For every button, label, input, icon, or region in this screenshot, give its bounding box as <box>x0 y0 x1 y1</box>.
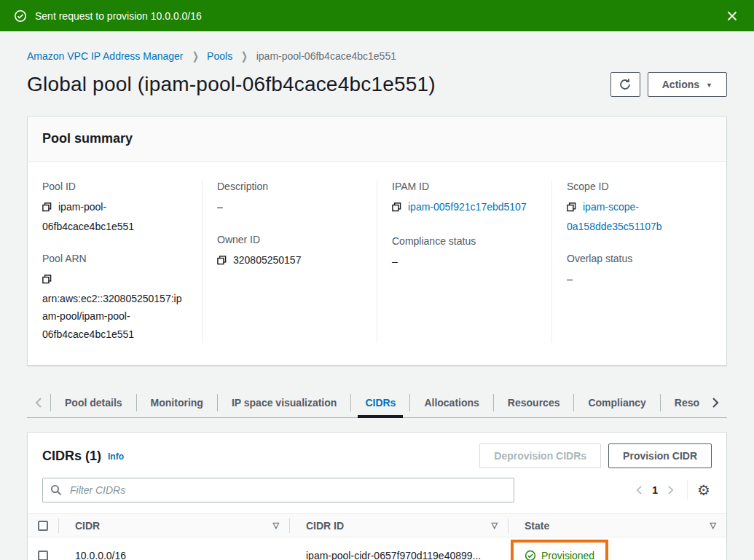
tab-monitoring[interactable]: Monitoring <box>137 387 217 418</box>
field-label: Pool ARN <box>42 253 187 264</box>
refresh-icon <box>618 78 632 91</box>
field-label: Scope ID <box>567 181 712 192</box>
field-label: Overlap status <box>567 253 712 264</box>
row-checkbox[interactable] <box>38 551 48 560</box>
actions-button[interactable]: Actions ▼ <box>648 72 727 97</box>
tab-allocations[interactable]: Allocations <box>410 387 492 418</box>
tab-bar: Pool details Monitoring IP space visuali… <box>27 387 727 418</box>
tab-compliancy[interactable]: Compliancy <box>574 387 659 418</box>
pagination: 1 ⚙ <box>631 480 712 500</box>
pool-id-value: ipam-pool-06fb4cace4bc1e551 <box>42 201 134 232</box>
tab-truncated[interactable]: Reso <box>661 387 704 418</box>
breadcrumb-separator-icon: ❯ <box>192 50 198 63</box>
copy-icon[interactable] <box>42 272 52 290</box>
deprovision-cidrs-button[interactable]: Deprovision CIDRs <box>479 443 601 468</box>
sort-icon[interactable]: ▽ <box>273 521 279 530</box>
cidrs-title: CIDRs (1) <box>42 449 101 464</box>
info-link[interactable]: Info <box>108 451 124 462</box>
summary-column-3: IPAM ID ipam-005f921c17ebd5107 Complianc… <box>377 181 552 343</box>
page-number[interactable]: 1 <box>648 484 662 496</box>
cidr-cell: 10.0.0.0/16 <box>59 550 289 560</box>
breadcrumb-separator-icon: ❯ <box>241 50 248 63</box>
page-title: Global pool (ipam-pool-06fb4cace4bc1e551… <box>27 73 436 96</box>
field-label: Compliance status <box>392 235 537 247</box>
copy-icon[interactable] <box>567 200 576 218</box>
compliance-status-value: – <box>392 253 537 271</box>
ipam-id-link[interactable]: ipam-005f921c17ebd5107 <box>408 201 527 213</box>
column-header-state: State <box>525 520 549 532</box>
tab-resources[interactable]: Resources <box>494 387 574 418</box>
cidrs-panel: CIDRs (1) Info Deprovision CIDRs Provisi… <box>27 432 727 560</box>
next-page-icon[interactable] <box>662 482 679 498</box>
cidr-id-cell: ipam-pool-cidr-0657f970d119e40899... <box>290 550 508 560</box>
breadcrumb-link-pools[interactable]: Pools <box>207 50 232 62</box>
pool-arn-value: arn:aws:ec2::320805250157:ipam-pool/ipam… <box>42 293 181 340</box>
divider <box>687 480 688 500</box>
owner-id-value: 320805250157 <box>233 254 301 266</box>
summary-column-2: Description – Owner ID 320805250157 <box>203 181 377 343</box>
cidrs-table: CIDR ▽ CIDR ID ▽ State ▽ 1 <box>28 513 726 560</box>
check-circle-icon <box>525 550 536 560</box>
tabs-scroll-right-icon[interactable] <box>704 387 727 418</box>
summary-column-1: Pool ID ipam-pool-06fb4cace4bc1e551 Pool… <box>28 181 203 343</box>
pool-summary-title: Pool summary <box>42 131 133 146</box>
filter-cidrs-box <box>42 478 514 502</box>
tabs-scroll-left-icon[interactable] <box>27 387 50 418</box>
overlap-status-value: – <box>567 270 712 288</box>
copy-icon[interactable] <box>42 200 52 218</box>
tab-pool-details[interactable]: Pool details <box>51 387 136 418</box>
breadcrumb: Amazon VPC IP Address Manager ❯ Pools ❯ … <box>27 50 727 63</box>
copy-icon[interactable] <box>392 200 401 218</box>
breadcrumb-link-ipam[interactable]: Amazon VPC IP Address Manager <box>27 50 184 62</box>
sort-icon[interactable]: ▽ <box>710 521 716 530</box>
refresh-button[interactable] <box>610 72 640 97</box>
copy-icon[interactable] <box>217 253 227 271</box>
select-all-checkbox[interactable] <box>38 521 48 531</box>
search-icon <box>50 484 62 496</box>
filter-cidrs-input[interactable] <box>68 484 506 497</box>
actions-button-label: Actions <box>662 79 699 90</box>
status-badge: Provisioned <box>541 550 594 560</box>
field-label: Pool ID <box>42 181 187 192</box>
flash-message: Sent request to provision 10.0.0.0/16 <box>35 10 202 22</box>
table-header-row: CIDR ▽ CIDR ID ▽ State ▽ <box>28 514 726 537</box>
flashbar-success: Sent request to provision 10.0.0.0/16 <box>0 0 754 31</box>
state-cell: Provisioned <box>508 540 726 560</box>
column-header-cidr: CIDR <box>75 520 100 532</box>
provision-cidr-button[interactable]: Provision CIDR <box>608 443 712 468</box>
summary-column-4: Scope ID ipam-scope-0a158dde35c51107b Ov… <box>552 181 726 343</box>
annotation-highlight-box: Provisioned <box>511 540 608 560</box>
field-label: IPAM ID <box>392 181 537 192</box>
table-row: 10.0.0.0/16 ipam-pool-cidr-0657f970d119e… <box>28 537 726 560</box>
field-label: Owner ID <box>217 234 362 245</box>
tab-ip-space-visualization[interactable]: IP space visualization <box>218 387 350 418</box>
field-label: Description <box>217 181 362 192</box>
sort-icon[interactable]: ▽ <box>492 521 498 530</box>
column-header-cidr-id: CIDR ID <box>306 520 344 532</box>
description-value: – <box>217 198 362 216</box>
settings-gear-icon[interactable]: ⚙ <box>696 481 712 499</box>
caret-down-icon: ▼ <box>706 82 712 89</box>
pool-summary-card: Pool summary Pool ID ipam-pool-06fb4cace… <box>27 116 727 366</box>
tab-cidrs[interactable]: CIDRs <box>351 387 409 418</box>
previous-page-icon[interactable] <box>631 482 648 498</box>
check-circle-icon <box>14 9 27 23</box>
breadcrumb-current: ipam-pool-06fb4cace4bc1e551 <box>256 50 396 62</box>
close-icon[interactable] <box>724 8 740 24</box>
scope-id-link[interactable]: ipam-scope-0a158dde35c51107b <box>567 201 662 232</box>
